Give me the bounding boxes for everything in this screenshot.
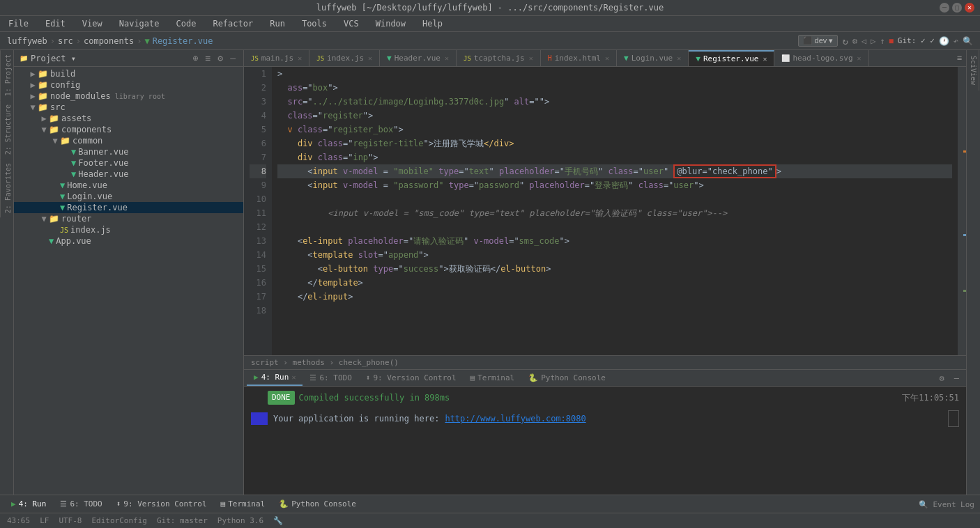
tree-item-node-modules[interactable]: ▶ 📁 node_modules library root	[14, 91, 243, 102]
project-collapse-btn[interactable]: ≡	[204, 53, 213, 63]
tree-item-src[interactable]: ▼ 📁 src	[14, 102, 243, 113]
todo-icon: ☰	[309, 373, 316, 382]
menu-navigate[interactable]: Navigate	[116, 17, 162, 30]
left-tab-project[interactable]: 1: Project	[0, 50, 13, 100]
left-tab-structure[interactable]: 2: Structure	[0, 100, 13, 159]
panel-close-btn[interactable]: —	[950, 371, 963, 386]
bottom-vc-tab[interactable]: ⬍ 9: Version Control	[111, 498, 213, 510]
bottom-todo-tab[interactable]: ☰ 6: TODO	[54, 498, 107, 510]
project-close-btn[interactable]: —	[228, 53, 238, 63]
indent-icon: 🔧	[273, 516, 283, 525]
tree-item-banner[interactable]: ▶ ▼ Banner.vue	[14, 146, 243, 157]
bp-tab-todo[interactable]: ☰ 6: TODO	[303, 371, 358, 385]
bottom-run-tab[interactable]: ▶ 4: Run	[6, 498, 52, 510]
bp-run-close[interactable]: ✕	[291, 373, 296, 381]
tree-item-components[interactable]: ▼ 📁 components	[14, 124, 243, 135]
menu-tools[interactable]: Tools	[299, 17, 330, 30]
tab-index-html[interactable]: H index.html ✕	[541, 50, 617, 66]
tab-close-main-js[interactable]: ✕	[298, 54, 302, 62]
tab-header-vue[interactable]: ▼ Header.vue ✕	[380, 50, 457, 66]
toolbar-settings[interactable]: ⚙	[852, 36, 857, 46]
vc-icon-2: ⬍	[116, 499, 121, 508]
cursor-position: 43:65	[7, 516, 30, 525]
run-line-2: Your application is running here: http:/…	[251, 410, 959, 427]
breadcrumb-register-vue[interactable]: Register.vue	[153, 36, 213, 46]
breadcrumb-luffyweb[interactable]: luffyweb	[7, 36, 47, 46]
tab-tcaptcha-js[interactable]: JS tcaptcha.js ✕	[457, 50, 541, 66]
toolbar-refresh[interactable]: ↻	[842, 36, 848, 47]
code-line-4: class="register">	[277, 109, 952, 123]
window-controls[interactable]: ─ □ ✕	[940, 3, 974, 13]
menu-view[interactable]: View	[79, 17, 105, 30]
tabs-more-btn[interactable]: ≡	[953, 50, 966, 66]
tree-item-router[interactable]: ▼ 📁 router	[14, 213, 243, 224]
tree-item-assets[interactable]: ▶ 📁 assets	[14, 113, 243, 124]
breadcrumb-src[interactable]: src	[58, 36, 73, 46]
code-content[interactable]: > ass="box"> src="../../static/image/Log…	[272, 67, 958, 355]
bp-tab-terminal[interactable]: ▤ Terminal	[464, 371, 522, 385]
tab-close-index-html[interactable]: ✕	[605, 54, 609, 62]
menu-window[interactable]: Window	[373, 17, 408, 30]
app-running-label: Your application is running here:	[273, 412, 439, 425]
bottom-panel-tabs: ▶ 4: Run ✕ ☰ 6: TODO ⬍ 9: Version Contro…	[244, 370, 966, 387]
tree-item-register[interactable]: ▶ ▼ Register.vue	[14, 202, 243, 213]
close-button[interactable]: ✕	[965, 3, 974, 13]
tree-item-header[interactable]: ▶ ▼ Header.vue	[14, 169, 243, 180]
project-settings-btn[interactable]: ⚙	[215, 53, 225, 63]
menu-help[interactable]: Help	[420, 17, 445, 30]
tab-close-header-vue[interactable]: ✕	[445, 54, 449, 62]
tab-register-vue[interactable]: ▼ Register.vue ✕	[689, 50, 774, 66]
menu-run[interactable]: Run	[267, 17, 288, 30]
bottom-python-tab[interactable]: 🐍 Python Console	[273, 498, 362, 510]
bottom-terminal-tab[interactable]: ▤ Terminal	[215, 498, 271, 510]
toolbar-stop[interactable]: ■	[889, 37, 894, 45]
menu-refactor[interactable]: Refactor	[210, 17, 256, 30]
maximize-button[interactable]: □	[952, 3, 962, 13]
menu-edit[interactable]: Edit	[43, 17, 68, 30]
project-add-btn[interactable]: ⊕	[191, 53, 201, 63]
menu-file[interactable]: File	[6, 17, 31, 30]
tab-close-register-vue[interactable]: ✕	[763, 55, 767, 63]
toolbar-undo[interactable]: ↶	[954, 36, 958, 46]
bp-tab-run[interactable]: ▶ 4: Run ✕	[247, 370, 303, 386]
tree-item-footer[interactable]: ▶ ▼ Footer.vue	[14, 157, 243, 169]
tab-close-login-vue[interactable]: ✕	[677, 54, 681, 62]
tab-head-logo-svg[interactable]: ⬜ head-logo.svg ✕	[774, 50, 868, 66]
right-tab-sciview[interactable]: SciView	[968, 50, 979, 91]
tree-item-index-js[interactable]: ▶ JS index.js	[14, 224, 243, 235]
tab-close-svg[interactable]: ✕	[857, 54, 862, 62]
tree-item-config[interactable]: ▶ 📁 config	[14, 79, 243, 91]
toolbar-forward[interactable]: ▷	[871, 36, 875, 46]
tab-main-js[interactable]: JS main.js ✕	[244, 50, 309, 66]
toolbar-up[interactable]: ↑	[880, 36, 885, 46]
tab-close-index-js[interactable]: ✕	[368, 54, 372, 62]
code-line-15: <el-button type="success">获取验证码</el-butt…	[277, 262, 952, 276]
event-log-btn[interactable]: 🔍 Event Log	[919, 499, 974, 509]
menu-vcs[interactable]: VCS	[341, 17, 362, 30]
tree-item-common[interactable]: ▼ 📁 common	[14, 135, 243, 146]
title-bar: luffyweb [~/Desktop/luffy/luffyweb] - ..…	[0, 0, 980, 16]
window-title: luffyweb [~/Desktop/luffy/luffyweb] - ..…	[316, 3, 664, 13]
code-breadcrumb: script › methods › check_phone()	[244, 355, 966, 369]
toolbar-back[interactable]: ◁	[862, 36, 866, 46]
toolbar-search[interactable]: 🔍	[963, 36, 973, 46]
tab-login-vue[interactable]: ▼ Login.vue ✕	[617, 50, 689, 66]
breadcrumb-components[interactable]: components	[84, 36, 134, 46]
bp-tab-version-control[interactable]: ⬍ 9: Version Control	[359, 371, 464, 385]
branch-button[interactable]: ⬛ dev ▾	[798, 35, 839, 47]
tab-index-js[interactable]: JS index.js ✕	[309, 50, 380, 66]
tree-item-home[interactable]: ▶ ▼ Home.vue	[14, 180, 243, 191]
tree-item-login[interactable]: ▶ ▼ Login.vue	[14, 191, 243, 202]
minimize-button[interactable]: ─	[940, 3, 949, 13]
tab-close-tcaptcha[interactable]: ✕	[529, 54, 533, 62]
panel-settings-btn[interactable]: ⚙	[934, 371, 950, 386]
left-tab-favorites[interactable]: 2: Favorites	[0, 159, 13, 217]
left-sidebar: 1: Project 2: Structure 2: Favorites	[0, 50, 14, 495]
bp-tab-python[interactable]: 🐍 Python Console	[521, 371, 613, 385]
tree-item-app-vue[interactable]: ▶ ▼ App.vue	[14, 235, 243, 247]
tree-item-build[interactable]: ▶ 📁 build	[14, 68, 243, 79]
menu-code[interactable]: Code	[174, 17, 199, 30]
app-url[interactable]: http://www.luffyweb.com:8080	[445, 412, 585, 425]
status-bar: 43:65 LF UTF-8 EditorConfig Git: master …	[0, 513, 980, 528]
line-numbers: 1 2 3 4 5 6 7 8 9 10 11 12 13 14 15 16 1	[244, 67, 272, 355]
